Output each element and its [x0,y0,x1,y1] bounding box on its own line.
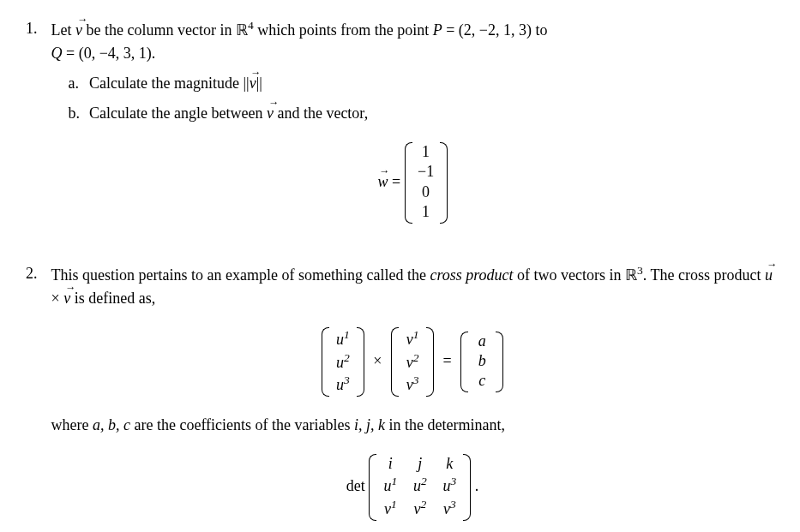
matrix-cell: v3 [436,497,462,519]
matrix-cell: −1 [413,162,439,182]
matrix-cell: c [469,371,495,391]
matrix-cell: u2 [407,474,433,496]
vector-w: w [377,170,388,194]
matrix-cell: v3 [400,373,425,395]
problem-number: 2. [26,262,47,285]
text: = (0, −4, 3, 1). [63,45,156,62]
matrix-cell: 1 [413,202,439,222]
matrix-cell: 0 [413,182,439,202]
determinant-matrix: i j k u1 u2 u3 v1 v2 v3 [369,454,471,521]
equals: = [443,352,452,369]
problem-2: 2. This question pertains to an example … [26,262,774,532]
superscript: 3 [637,264,643,277]
text: This question pertains to an example of … [51,266,430,284]
matrix-cell: i [377,454,403,474]
text: is defined as, [70,290,155,307]
equation-cross-product: u1 u2 u3 × v1 v2 v3 = a b c [51,327,774,397]
sub-item-a: a. Calculate the magnitude ||v|| [69,72,774,95]
problem-1: 1. Let v be the column vector in ℝ4 whic… [26,17,774,241]
text: where [51,416,93,433]
vector-v: v [75,19,82,42]
matrix-cell: u3 [330,373,356,395]
column-vector-v: v1 v2 v3 [391,327,434,397]
text: Calculate the angle between [89,105,267,122]
text: are the coefficients of the variables [130,416,354,433]
equation-w: w = 1 −1 0 1 [51,142,774,224]
times-operator: × [51,290,64,307]
real-symbol: ℝ [236,21,248,39]
text: be the column vector in [82,21,236,39]
vector-v: v [267,102,274,125]
matrix-cell: 1 [413,142,439,162]
sub-item-b: b. Calculate the angle between v and the… [69,102,774,125]
matrix-cell: u1 [377,474,403,496]
matrix-cell: v1 [400,327,425,350]
text: = (2, −2, 1, 3) to [442,21,548,39]
term-cross-product: cross product [430,266,513,284]
text: which points from the point [254,21,433,39]
variables-ijk: i, j, k [354,416,385,433]
problem-body: This question pertains to an example of … [51,262,774,532]
matrix-cell: v2 [400,350,425,373]
matrix-cell: a [469,332,495,351]
text: and the vector, [274,105,368,122]
det-label: det [346,477,365,494]
matrix-cell: v2 [407,497,433,519]
column-vector-result: a b c [460,332,503,393]
period: . [475,477,479,494]
equals: = [388,173,404,190]
matrix-cell: j [407,454,433,474]
matrix-cell: u3 [436,474,462,496]
point-Q: Q [51,45,63,62]
variables-abc: a, b, c [93,416,130,433]
matrix-cell: u1 [330,327,356,350]
text: of two vectors in [514,266,625,284]
problem-number: 1. [26,17,47,40]
matrix-cell: b [469,351,495,371]
vector-u: u [765,264,773,287]
norm-open: || [243,75,249,92]
point-P: P [433,21,442,39]
text: Calculate the magnitude [89,75,243,92]
matrix-cell: u2 [330,350,356,373]
sub-label: a. [69,72,86,95]
superscript: 4 [248,19,254,32]
column-vector: 1 −1 0 1 [405,142,448,224]
column-vector-u: u1 u2 u3 [322,327,364,397]
times-operator: × [373,352,382,369]
text: . The cross product [643,266,765,284]
vector-v: v [250,72,256,95]
real-symbol: ℝ [625,266,637,284]
problem-body: Let v be the column vector in ℝ4 which p… [51,17,774,241]
vector-v: v [63,287,70,310]
equation-determinant: det i j k u1 u2 u3 v1 v2 [51,454,774,521]
matrix-cell: k [436,454,462,474]
matrix-cell: v1 [377,497,403,519]
text: Let [51,21,76,39]
text: in the determinant, [385,416,505,433]
sub-label: b. [69,102,86,125]
